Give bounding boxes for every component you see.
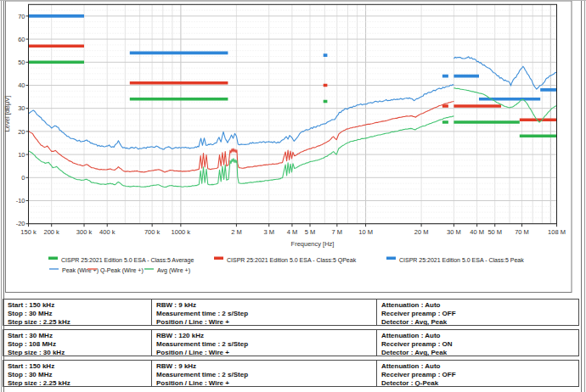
rbw: RBW : 9 kHz [156, 362, 376, 371]
x-tick-700k: 700 k [144, 228, 161, 236]
scan-settings-row-1: Start : 150 kHzStop : 30 MHzStep size : … [3, 299, 579, 326]
x-tick-3M: 3 M [263, 228, 274, 236]
receiver-preamp: Receiver preamp : OFF [381, 371, 578, 379]
attenuation: Attenuation : Auto [381, 301, 578, 310]
y-tick--10: -10 [16, 197, 25, 204]
window-right-edge-outer [584, 0, 585, 392]
measurement-time: Measurement time : 2 s/Step [156, 340, 376, 349]
legend-limit-1: CISPR 25:2021 Edition 5.0 ESA - Class:5 … [227, 257, 357, 264]
measurement-time: Measurement time : 2 s/Step [156, 371, 376, 379]
x-tick-108M: 108 M [548, 228, 566, 236]
x-tick-10M: 10 M [358, 228, 373, 236]
detector: Detector : Avg, Peak [381, 318, 578, 325]
window-top-edge [0, 0, 586, 1]
x-tick-1000k: 1000 k [172, 228, 191, 236]
x-axis-title: Frequency [Hz] [291, 240, 335, 248]
y-tick-70: 70 [18, 13, 25, 20]
measurement-time: Measurement time : 2 s/Step [156, 310, 376, 318]
x-tick-150k: 150 k [20, 228, 37, 236]
settings-cell-middle: RBW : 9 kHzMeasurement time : 2 s/StepPo… [152, 361, 377, 386]
x-tick-400k: 400 k [99, 228, 116, 236]
position-line: Position / Line : Wire + [156, 349, 376, 356]
settings-cell-middle: RBW : 120 kHzMeasurement time : 2 s/Step… [152, 330, 377, 356]
settings-cell-left: Start : 30 MHzStop : 108 MHzStep size : … [3, 330, 152, 356]
settings-cell-middle: RBW : 9 kHzMeasurement time : 2 s/StepPo… [152, 300, 377, 325]
y-tick-60: 60 [18, 36, 25, 43]
x-tick-4M: 4 M [287, 228, 298, 236]
stop-frequency: Stop : 108 MHz [8, 340, 151, 349]
x-tick-20M: 20 M [414, 228, 429, 236]
x-tick-300k: 300 k [76, 228, 93, 236]
rbw: RBW : 9 kHz [156, 301, 376, 310]
settings-cell-right: Attenuation : AutoReceiver preamp : OFFD… [377, 361, 578, 386]
position-line: Position / Line : Wire + [156, 379, 376, 386]
legend-trace-2: Avg (Wire +) [157, 267, 190, 274]
rbw: RBW : 120 kHz [156, 332, 376, 340]
x-tick-7M: 7 M [332, 228, 343, 236]
emission-test-report: 150 k200 k300 k400 k700 k1000 k2 M3 M4 M… [0, 0, 586, 392]
level-vs-frequency-chart: 150 k200 k300 k400 k700 k1000 k2 M3 M4 M… [0, 0, 586, 297]
step-size: Step size : 2.25 kHz [8, 379, 151, 386]
scan-settings-row-3: Start : 150 kHzStop : 30 MHzStep size : … [3, 360, 579, 387]
step-size: Step size : 30 kHz [8, 349, 151, 356]
attenuation: Attenuation : Auto [381, 362, 578, 371]
receiver-preamp: Receiver preamp : OFF [381, 310, 578, 318]
start-frequency: Start : 30 MHz [8, 332, 151, 340]
y-tick-20: 20 [18, 128, 25, 136]
settings-cell-left: Start : 150 kHzStop : 30 MHzStep size : … [3, 361, 152, 386]
position-line: Position / Line : Wire + [156, 318, 376, 325]
window-left-edge-outer [1, 0, 2, 392]
start-frequency: Start : 150 kHz [8, 362, 151, 371]
x-tick-200k: 200 k [44, 228, 60, 236]
receiver-preamp: Receiver preamp : ON [381, 340, 578, 349]
window-left-edge-inner [3, 0, 4, 392]
x-tick-50M: 50 M [487, 228, 502, 236]
y-axis-title: Level [dBµV] [3, 96, 11, 132]
settings-cell-right: Attenuation : AutoReceiver preamp : OFFD… [377, 300, 578, 325]
y-tick-30: 30 [18, 104, 25, 112]
y-tick-40: 40 [18, 81, 25, 89]
settings-cell-right: Attenuation : AutoReceiver preamp : ONDe… [377, 330, 578, 356]
step-size: Step size : 2.25 kHz [8, 318, 151, 325]
scan-settings-tables: Start : 150 kHzStop : 30 MHzStep size : … [3, 299, 579, 390]
legend-limit-2: CISPR 25:2021 Edition 5.0 ESA - Class:5 … [399, 257, 524, 263]
y-tick-50: 50 [18, 59, 25, 66]
scan-settings-row-2: Start : 30 MHzStop : 108 MHzStep size : … [3, 329, 579, 356]
attenuation: Attenuation : Auto [381, 332, 578, 340]
window-right-edge-inner [581, 0, 582, 392]
x-tick-5M: 5 M [305, 228, 316, 236]
x-tick-2M: 2 M [231, 228, 242, 236]
legend-trace-1: Q-Peak (Wire +) [100, 267, 144, 274]
stop-frequency: Stop : 30 MHz [8, 310, 151, 318]
x-tick-40M: 40 M [470, 228, 484, 236]
start-frequency: Start : 150 kHz [8, 301, 151, 310]
x-tick-30M: 30 M [447, 228, 461, 236]
detector: Detector : Q-Peak [381, 379, 578, 386]
detector: Detector : Avg, Peak [381, 349, 578, 356]
legend-limit-0: CISPR 25:2021 Edition 5.0 ESA - Class:5 … [61, 257, 194, 264]
y-tick-10: 10 [18, 151, 25, 159]
y-tick--20: -20 [16, 220, 25, 227]
y-tick-0: 0 [21, 174, 25, 182]
settings-cell-left: Start : 150 kHzStop : 30 MHzStep size : … [3, 300, 152, 325]
x-tick-70M: 70 M [515, 228, 529, 236]
stop-frequency: Stop : 30 MHz [8, 371, 151, 379]
